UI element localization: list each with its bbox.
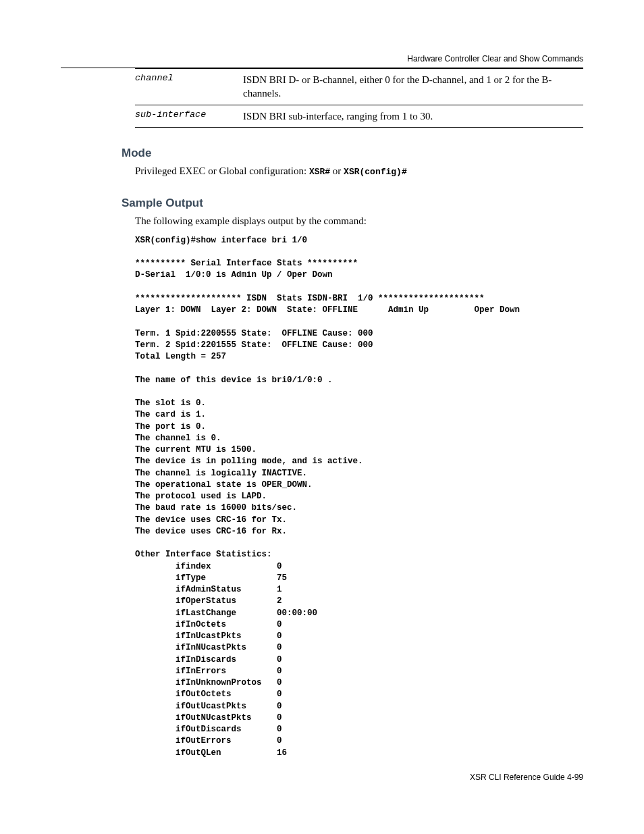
param-name: channel — [135, 73, 243, 101]
mode-heading: Mode — [122, 147, 644, 160]
mode-prefix: Privileged EXEC or Global configuration: — [135, 165, 309, 176]
page-footer: XSR CLI Reference Guide 4-99 — [0, 773, 583, 782]
sample-intro: The following example displays output by… — [135, 214, 583, 228]
sample-output-heading: Sample Output — [122, 197, 644, 210]
param-desc: ISDN BRI D- or B-channel, either 0 for t… — [243, 73, 583, 101]
mode-code-1: XSR# — [309, 167, 330, 177]
param-desc: ISDN BRI sub-interface, ranging from 1 t… — [243, 109, 433, 123]
running-header: Hardware Controller Clear and Show Comma… — [0, 54, 583, 63]
page: Hardware Controller Clear and Show Comma… — [0, 0, 644, 834]
table-bottom-rule — [135, 127, 583, 128]
mode-code-2: XSR(config)# — [344, 167, 407, 177]
param-row-sub-interface: sub-interface ISDN BRI sub-interface, ra… — [135, 105, 583, 127]
param-row-channel: channel ISDN BRI D- or B-channel, either… — [135, 69, 583, 105]
header-spacer — [0, 0, 644, 54]
param-name: sub-interface — [135, 109, 243, 123]
mode-mid: or — [330, 165, 344, 176]
parameter-table: channel ISDN BRI D- or B-channel, either… — [135, 68, 583, 128]
cli-output: XSR(config)#show interface bri 1/0 *****… — [135, 235, 644, 759]
mode-text: Privileged EXEC or Global configuration:… — [135, 164, 583, 178]
